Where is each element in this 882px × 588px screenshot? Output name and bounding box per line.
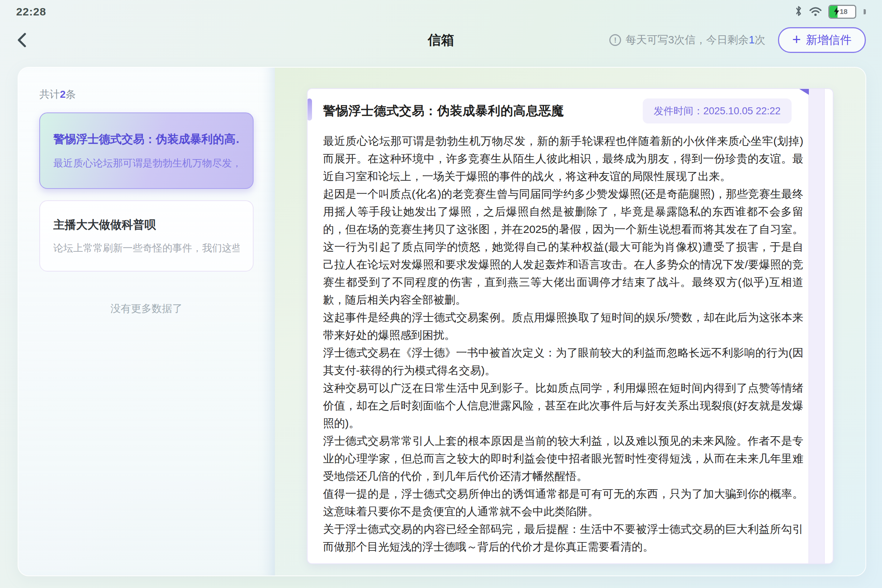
mailbox-panel: 共计2条 警惕浮士德式交易：伪装成暴利的高… 最近质心论坛那可谓是勃勃生机万物尽…	[18, 67, 866, 576]
daily-limit-notice: ! 每天可写3次信，今日剩余1次	[609, 33, 765, 47]
back-button[interactable]	[16, 30, 34, 50]
mail-paragraph: 这种交易可以广泛在日常生活中见到影子。比如质点同学，利用爆照在短时间内得到了点赞…	[323, 379, 803, 432]
mail-list-sidebar: 共计2条 警惕浮士德式交易：伪装成暴利的高… 最近质心论坛那可谓是勃勃生机万物尽…	[18, 68, 275, 576]
mail-list-item-selected[interactable]: 警惕浮士德式交易：伪装成暴利的高… 最近质心论坛那可谓是勃勃生机万物尽发，新的…	[39, 112, 254, 189]
bluetooth-icon	[795, 5, 802, 18]
mail-paragraph: 起因是一个叫质点(化名)的老竞赛生曾与同届同学约多少赞发爆照(还是奇葩腿照)，那…	[323, 185, 803, 309]
mail-count-prefix: 共计	[39, 88, 60, 100]
mail-paragraph: 值得一提的是，浮士德式交易所伸出的诱饵通常都是可有可无的东西，只为了加大骗到你的…	[323, 485, 803, 520]
mail-paragraph: 这起事件是经典的浮士德式交易案例。质点用爆照换取了短时间的娱乐/赞数，却在此后为…	[323, 309, 803, 344]
notice-suffix: 次	[755, 34, 765, 46]
header: 信箱 ! 每天可写3次信，今日剩余1次 + 新增信件	[0, 24, 882, 56]
mail-paragraph: 浮士德式交易常常引人上套的根本原因是当前的较大利益，以及难以预见的未来风险。作者…	[323, 432, 803, 485]
mail-body: 最近质心论坛那可谓是勃勃生机万物尽发，新的新手轮课程也伴随着新的小伙伴来质心坐牢…	[323, 132, 803, 556]
mail-item-preview: 论坛上常常刷新一些奇怪的事件，我们这些小萌…	[53, 242, 240, 255]
mail-paragraph: 最近质心论坛那可谓是勃勃生机万物尽发，新的新手轮课程也伴随着新的小伙伴来质心坐牢…	[323, 132, 803, 185]
new-mail-button[interactable]: + 新增信件	[778, 27, 866, 53]
mail-count-value: 2	[60, 88, 66, 100]
notice-remaining-count: 1	[749, 34, 755, 46]
sent-time-badge: 发件时间：2025.10.05 22:22	[643, 99, 792, 123]
battery-icon: 18	[828, 5, 856, 19]
mail-item-title: 主播大大做做科普呗	[53, 217, 240, 232]
mail-item-preview: 最近质心论坛那可谓是勃勃生机万物尽发，新的…	[53, 156, 240, 170]
mail-list-item[interactable]: 主播大大做做科普呗 论坛上常常刷新一些奇怪的事件，我们这些小萌…	[39, 200, 254, 272]
mail-title: 警惕浮士德式交易：伪装成暴利的高息恶魔	[323, 102, 564, 119]
sent-time-label: 发件时间：	[654, 105, 704, 117]
battery-percent: 18	[840, 8, 848, 16]
new-mail-button-label: 新增信件	[806, 32, 852, 48]
no-more-data-text: 没有更多数据了	[39, 302, 254, 316]
chevron-left-icon	[16, 32, 27, 48]
header-right: ! 每天可写3次信，今日剩余1次 + 新增信件	[609, 27, 866, 53]
mail-count: 共计2条	[39, 87, 254, 101]
sent-time-value: 2025.10.05 22:22	[704, 105, 781, 117]
title-accent-bar	[307, 99, 312, 120]
mail-paragraph: 关于浮士德式交易的内容已经全部码完，最后提醒：生活中不要被浮士德式交易的巨大利益…	[323, 520, 803, 556]
notice-text: 每天可写3次信，今日剩余	[626, 34, 748, 46]
info-icon: !	[609, 34, 621, 46]
mail-count-suffix: 条	[66, 88, 76, 100]
charging-bolt-icon	[834, 7, 840, 17]
mail-content: 警惕浮士德式交易：伪装成暴利的高息恶魔 发件时间：2025.10.05 22:2…	[308, 89, 803, 563]
status-icons: 18	[795, 5, 866, 19]
battery-nub	[864, 9, 866, 14]
mail-reading-area: 警惕浮士德式交易：伪装成暴利的高息恶魔 发件时间：2025.10.05 22:2…	[275, 68, 866, 576]
mail-header: 警惕浮士德式交易：伪装成暴利的高息恶魔 发件时间：2025.10.05 22:2…	[323, 99, 803, 123]
wifi-icon	[809, 6, 822, 18]
mail-card: 警惕浮士德式交易：伪装成暴利的高息恶魔 发件时间：2025.10.05 22:2…	[307, 88, 834, 564]
clock: 22:28	[16, 6, 46, 18]
mail-paragraph: 浮士德式交易在《浮士德》一书中被首次定义：为了眼前较大的利益而忽略长远不利影响的…	[323, 344, 803, 379]
mail-item-title: 警惕浮士德式交易：伪装成暴利的高…	[53, 132, 240, 147]
scroll-top-indicator-icon	[800, 89, 809, 96]
mail-scrollbar[interactable]	[808, 89, 825, 563]
status-bar: 22:28 18	[0, 0, 882, 21]
